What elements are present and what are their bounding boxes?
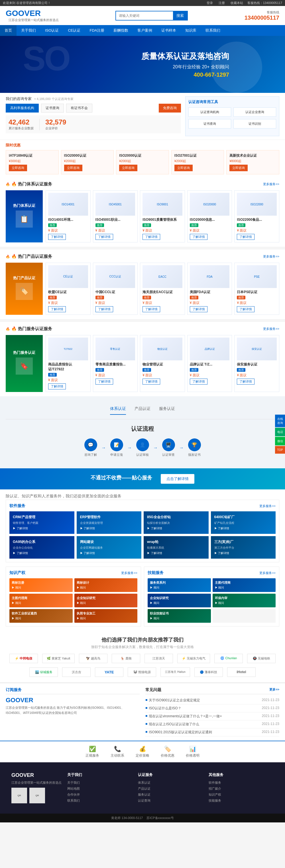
footer-link-query[interactable]: 认证查询	[138, 798, 203, 804]
know-trademark-link[interactable]: ▶ 顾问	[12, 586, 70, 590]
consult-btn-3[interactable]: 立即咨询	[174, 165, 193, 171]
talent-env-link[interactable]: ▶ 顾问	[215, 601, 274, 605]
talent-agent-title: 主图代理商	[215, 581, 274, 585]
step-icon-5: 🏆	[188, 438, 201, 451]
cert-btn-fda[interactable]: 了解详情	[190, 306, 207, 312]
footer-link-ip[interactable]: 知识产权	[209, 792, 274, 798]
cert-btn-t27922[interactable]: 了解详情	[48, 383, 66, 390]
side-btn-wechat[interactable]: 微信	[275, 437, 285, 445]
knowledge-more[interactable]: 更多服务>>	[121, 571, 137, 575]
cert-btn-brand[interactable]: 了解详情	[190, 379, 207, 384]
tool-cert-search[interactable]: 证书查询	[189, 119, 231, 128]
footer-link-sitemap[interactable]: 网站地图	[67, 786, 132, 792]
hot-system-section: 🔥 🔥 热门体系认证服务 更多服务>> 热门体系认证 📋 ISO14001 IS…	[0, 177, 285, 247]
hot-product-more[interactable]: 更多服务>>	[263, 254, 279, 259]
wrap-link[interactable]: ▶ 了解详情	[147, 551, 205, 555]
blue-banner-btn[interactable]: 点击了解详情	[161, 474, 194, 484]
talent-skill-link[interactable]: ▶ 顾问	[150, 616, 209, 620]
talent-more[interactable]: 更多服务>>	[259, 571, 276, 575]
footer-link-software[interactable]: 软件服务	[209, 780, 274, 786]
cert-btn-property[interactable]: 了解详情	[142, 379, 160, 384]
third-link[interactable]: ▶ 了解详情	[214, 551, 273, 555]
consult-btn-2[interactable]: 立即咨询	[119, 165, 137, 171]
tab-cert-query[interactable]: 证书查询	[41, 104, 64, 113]
nav-salary[interactable]: 薪酬指数	[109, 25, 133, 36]
cert-flow-tab-service[interactable]: 服务认证	[159, 406, 175, 415]
footer-link-about[interactable]: 关于我们	[67, 780, 132, 786]
cert-btn-retail[interactable]: 了解详情	[95, 379, 113, 384]
nav-cases[interactable]: 客户案例	[133, 25, 157, 36]
cert-btn-0[interactable]: 了解详情	[48, 234, 66, 240]
nav-certs[interactable]: 证书样本	[157, 25, 181, 36]
urgent-price-4: ¥8000起	[229, 159, 276, 163]
cert-btn-eacc[interactable]: 了解详情	[142, 306, 160, 312]
hot-service-more[interactable]: 更多服务>>	[263, 327, 279, 331]
cert-flow-tab-system[interactable]: 体系认证	[110, 406, 126, 415]
consult-btn-1[interactable]: 立即咨询	[64, 165, 82, 171]
know-research-link[interactable]: ▶ 顾问	[77, 601, 135, 605]
cert-img-iso9001: ISO9001	[142, 193, 182, 216]
cert-btn-3[interactable]: 了解详情	[190, 234, 207, 240]
tool-cert-id[interactable]: 证书识别	[233, 119, 276, 128]
oa-link[interactable]: ▶ 了解详情	[13, 551, 71, 555]
client-13: 🔵 藩泰科技	[194, 668, 223, 677]
search-button[interactable]: 搜索	[173, 11, 187, 20]
tool-company-query[interactable]: 认证企业查询	[233, 107, 276, 117]
login-link[interactable]: 登录	[207, 1, 213, 5]
cert-btn-ce[interactable]: 了解详情	[48, 306, 66, 312]
side-btn-consult[interactable]: 在线咨询	[275, 414, 285, 427]
consult-btn-4[interactable]: 立即咨询	[229, 165, 248, 171]
nav-fda[interactable]: FDA注册	[85, 25, 109, 36]
tool-cert-query[interactable]: 认证查询机构	[189, 107, 231, 117]
software-more[interactable]: 更多服务>>	[259, 504, 276, 508]
search-input[interactable]	[116, 12, 173, 19]
know-agent-link[interactable]: ▶ 顾问	[12, 601, 70, 605]
register-link[interactable]: 注册	[219, 1, 225, 5]
footer-link-service[interactable]: 服务认证	[138, 792, 203, 798]
footer-link-media[interactable]: 招广媒介	[209, 786, 274, 792]
nav-contact[interactable]: 联系我们	[201, 25, 225, 36]
nav-ce[interactable]: CE认证	[63, 25, 85, 36]
know-license-link[interactable]: ▶ 顾问	[77, 616, 135, 620]
nav-about[interactable]: 关于我们	[17, 25, 40, 36]
side-btn-phone[interactable]: 电话	[275, 428, 285, 436]
free-consult-btn[interactable]: 免费咨询	[159, 104, 181, 113]
footer-link-system[interactable]: 体系认证	[138, 780, 203, 786]
6400c-link[interactable]: ▶ 了解详情	[214, 526, 273, 530]
footer-link-talent[interactable]: 技能服务	[209, 798, 274, 804]
hot-system-banner: 热门体系认证 📋	[6, 190, 43, 242]
tab-high-rate[interactable]: 高利率服务机构	[6, 104, 39, 113]
nav-iso[interactable]: ISO认证	[40, 25, 63, 36]
cert-btn-ccc[interactable]: 了解详情	[95, 306, 113, 312]
web-link[interactable]: ▶ 了解详情	[80, 551, 138, 555]
footer-link-contact[interactable]: 联系我们	[67, 798, 132, 804]
cert-btn-2[interactable]: 了解详情	[142, 234, 160, 240]
cert-btn-1[interactable]: 了解详情	[95, 234, 113, 240]
nav-home[interactable]: 首页	[0, 25, 17, 36]
talent-header: 技能服务 更多服务>>	[148, 570, 276, 576]
cert-btn-security[interactable]: 了解详情	[237, 379, 255, 384]
know-design-link[interactable]: ▶ 顾问	[77, 586, 135, 590]
nav-knowledge[interactable]: 知识库	[181, 25, 201, 36]
cert-price-3: ¥ 面议	[190, 228, 230, 233]
footer-news-more[interactable]: 更多>>	[269, 687, 279, 692]
know-software-link[interactable]: ▶ 顾问	[12, 616, 70, 620]
cert-btn-4[interactable]: 了解详情	[237, 234, 255, 240]
crm-link[interactable]: ▶ 了解详情	[13, 526, 71, 530]
cert-btn-pse[interactable]: 了解详情	[237, 306, 255, 312]
talent-know-link[interactable]: ▶ 顾问	[150, 601, 209, 605]
85g-link[interactable]: ▶ 了解详情	[147, 526, 205, 530]
erp-link[interactable]: ▶ 了解详情	[80, 526, 138, 530]
tab-no-cert[interactable]: 有证书不会	[66, 104, 92, 113]
cert-flow-tab-product[interactable]: 产品认证	[135, 406, 150, 415]
talent-service-link[interactable]: ▶ 顾问	[150, 586, 209, 590]
side-btn-top[interactable]: TOP	[275, 446, 285, 454]
footer-link-partner[interactable]: 合作伙伴	[67, 792, 132, 798]
footer-link-product[interactable]: 产品认证	[138, 786, 203, 792]
collect-link[interactable]: 收藏本站	[231, 1, 243, 5]
news-bullet-4: ■	[145, 730, 147, 735]
hot-system-more[interactable]: 更多服务>>	[263, 182, 279, 186]
know-trademark-title: 商标注册	[12, 581, 70, 585]
consult-btn-0[interactable]: 立即咨询	[9, 165, 27, 171]
talent-agent-link[interactable]: ▶ 顾问	[215, 586, 274, 590]
